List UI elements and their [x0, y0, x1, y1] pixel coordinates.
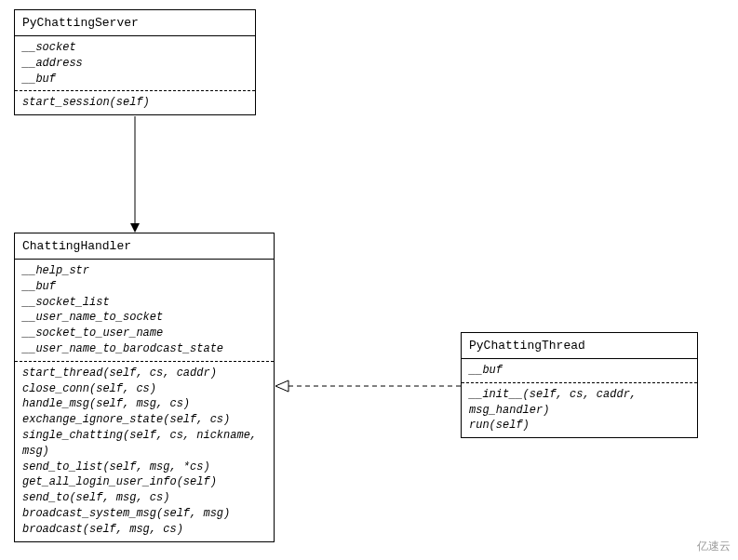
class-attrs: __buf — [462, 359, 697, 383]
class-methods: start_session(self) — [15, 91, 255, 114]
method: handle_msg(self, msg, cs) — [22, 396, 266, 412]
method: __init__(self, cs, caddr, msg_handler) — [469, 387, 690, 419]
arrowhead-icon — [130, 223, 140, 233]
class-attrs: __help_str __buf __socket_list __user_na… — [15, 260, 274, 362]
class-attrs: __socket __address __buf — [15, 36, 255, 91]
attr: __help_str — [22, 263, 266, 279]
method: close_conn(self, cs) — [22, 381, 266, 397]
class-name: PyChattingServer — [15, 10, 255, 36]
class-pychattingthread: PyChattingThread __buf __init__(self, cs… — [461, 332, 698, 438]
attr: __address — [22, 56, 248, 72]
class-methods: start_thread(self, cs, caddr) close_conn… — [15, 362, 274, 541]
attr: __buf — [22, 279, 266, 295]
class-pychattingserver: PyChattingServer __socket __address __bu… — [14, 9, 256, 115]
attr: __socket — [22, 40, 248, 56]
watermark: 亿速云 — [697, 539, 731, 554]
method: run(self) — [469, 418, 690, 433]
open-arrowhead-icon — [275, 380, 288, 392]
method: broadcast(self, msg, cs) — [22, 522, 266, 538]
method: send_to(self, msg, cs) — [22, 490, 266, 506]
method: start_session(self) — [22, 95, 248, 111]
class-chattinghandler: ChattingHandler __help_str __buf __socke… — [14, 233, 275, 542]
class-name: PyChattingThread — [462, 333, 697, 359]
attr: __buf — [469, 363, 690, 379]
method: broadcast_system_msg(self, msg) — [22, 506, 266, 522]
class-methods: __init__(self, cs, caddr, msg_handler) r… — [462, 383, 697, 437]
class-name: ChattingHandler — [15, 233, 274, 260]
method: get_all_login_user_info(self) — [22, 474, 266, 490]
attr: __user_name_to_barodcast_state — [22, 341, 266, 357]
attr: __user_name_to_socket — [22, 310, 266, 326]
attr: __socket_list — [22, 295, 266, 311]
method: exchange_ignore_state(self, cs) — [22, 412, 266, 428]
method: single_chatting(self, cs, nickname, msg) — [22, 428, 266, 460]
method: send_to_list(self, msg, *cs) — [22, 460, 266, 475]
attr: __socket_to_user_name — [22, 326, 266, 341]
method: start_thread(self, cs, caddr) — [22, 366, 266, 381]
attr: __buf — [22, 72, 248, 87]
